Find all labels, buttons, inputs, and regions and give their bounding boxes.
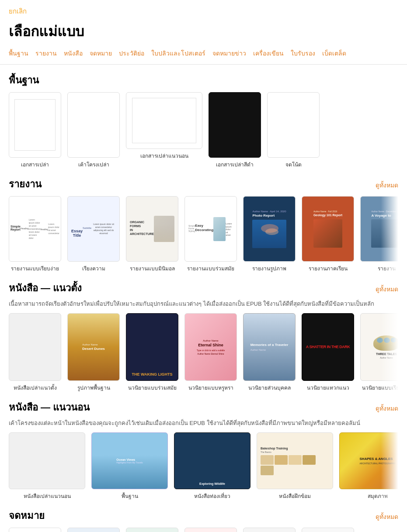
template-blank[interactable]: เอกสารเปล่า <box>9 92 61 169</box>
book-standing-section-header: หนังสือ — แนวตั้ง ดูทั้งหมด <box>9 273 398 300</box>
template-eternal-shine[interactable]: Author Name Eternal Shine Type or click … <box>184 313 237 392</box>
template-letter-sender[interactable]: SENDER NAME Lorem ipsum dolor sit amet c… <box>126 528 178 532</box>
template-school-report-label: รายงานภาคเรียน <box>309 264 348 273</box>
book-landscape-section-header: หนังสือ — แนวนอน ดูทั้งหมด <box>9 392 398 419</box>
tab-flyer[interactable]: ใบปลิวและโปสเตอร์ <box>151 47 212 60</box>
tab-newsletter[interactable]: จดหมายข่าว <box>212 47 253 60</box>
letter-section-header: จดหมาย ดูทั้งหมด <box>9 500 398 528</box>
template-notepad-label: จดโน้ต <box>285 160 302 169</box>
report-section-header: รายงาน ดูทั้งหมด <box>9 169 398 196</box>
template-school-report[interactable]: Author Name · Fall 2019 Geology 101 Repo… <box>302 196 354 273</box>
template-notepad[interactable]: จดโน้ต <box>267 92 320 169</box>
report-section-title: รายงาน <box>9 176 42 192</box>
template-blank-black-label: เอกสารเปล่าสีดำ <box>216 160 254 169</box>
tab-letter[interactable]: จดหมาย <box>90 47 119 60</box>
template-land-blank-label: หนังสือเปล่าแนวนอน <box>24 492 71 500</box>
tabs-bar: พื้นฐาน รายงาน หนังสือ จดหมาย ประวัติย่อ… <box>0 47 407 65</box>
template-memories-label: นวนิยายส่วนบุคคล <box>248 383 291 392</box>
template-blank-landscape[interactable]: เอกสารเปล่าแนวนอน <box>126 92 202 169</box>
top-bar: ยกเลิก <box>0 0 407 18</box>
tab-book[interactable]: หนังสือ <box>64 47 90 60</box>
template-memories[interactable]: Memories of a Traveler Author Name นวนิย… <box>243 313 296 392</box>
template-modern-report[interactable]: Simple Home Styling Easy Decorating Lore… <box>184 196 237 273</box>
template-blank-black[interactable]: เอกสารเปล่าสีดำ <box>209 92 261 169</box>
template-land-blank[interactable]: หนังสือเปล่าแนวนอน <box>9 432 85 500</box>
template-letter-5[interactable]: Lorem ipsum dolor sit amet consectetur a… <box>243 528 296 532</box>
page-title: เลือกแม่แบบ <box>0 18 407 47</box>
template-minimal-report[interactable]: ORGANIC FORMSIN ARCHITECTURE รายงานแบบมิ… <box>126 196 178 273</box>
template-blank-landscape-label: เอกสารเปล่าแนวนอน <box>140 152 188 160</box>
template-shatter[interactable]: A SHATTER IN THE DARK นวนิยายแทวกแนว <box>302 313 354 392</box>
template-outline-label: เค้าโครงเปล่า <box>78 160 109 169</box>
book-standing-row: หนังสือเปล่าแนวตั้ง Author Name Desert D… <box>9 313 398 392</box>
report-templates-row: Simple Report Heading Lorem ipsum dolor … <box>9 196 398 273</box>
template-book-blank-label: หนังสือเปล่าแนวตั้ง <box>14 383 57 392</box>
template-essay-label: เรียงความ <box>82 264 105 273</box>
cancel-button[interactable]: ยกเลิก <box>9 6 27 17</box>
template-eternal-shine-label: นวนิยายแบบหรูหรา <box>188 383 233 392</box>
template-book-blank[interactable]: หนังสือเปล่าแนวตั้ง <box>9 313 61 392</box>
template-book-basic[interactable]: Author Name Desert Dunes รูปภาพพื้นฐาน <box>67 313 120 392</box>
book-standing-section-title: หนังสือ — แนวตั้ง <box>9 280 82 296</box>
template-shatter-label: นวนิยายแทวกแนว <box>307 383 349 392</box>
tab-basic[interactable]: พื้นฐาน <box>9 47 35 60</box>
template-land-basic[interactable]: Ocean Views Highlights From My Travels พ… <box>91 432 168 500</box>
template-land-wildlife-label: หนังสือท่องเที่ยว <box>194 492 230 500</box>
template-waking-lights-label: นวนิยายแบบร่วมสมัย <box>128 383 177 392</box>
template-three-tales[interactable]: THREE TALES Author Name นวนิยายแบบเรียบง… <box>360 313 398 392</box>
basic-section-header: พื้นฐาน <box>9 65 398 92</box>
template-book-basic-label: รูปภาพพื้นฐาน <box>77 383 110 392</box>
template-voyage-label: รายงาน <box>378 264 396 273</box>
template-three-tales-label: นวนิยายแบบเรียบง่าย <box>362 383 399 392</box>
book-landscape-subtitle: เค้าโครงของแต่ละหน้าในหนังสือของคุณจะถูก… <box>9 419 398 432</box>
template-letter-sender2[interactable]: Sender Name Lorem ipsum dolor sit amet c… <box>184 528 237 532</box>
template-photo-report-label: รายงานรูปภาพ <box>252 264 286 273</box>
template-photo-report[interactable]: Author Name · April 14, 2020 Photo Repor… <box>243 196 296 273</box>
template-modern-report-label: รายงานแบบร่วมสมัย <box>187 264 234 273</box>
basic-templates-row: เอกสารเปล่า เค้าโครงเปล่า เอกสารเปล่า <box>9 92 398 169</box>
template-letter-6[interactable]: Lorem ipsum dolor sit amet consectetur <box>302 528 354 532</box>
basic-section-title: พื้นฐาน <box>9 73 39 88</box>
template-blank-label: เอกสารเปล่า <box>21 160 49 169</box>
book-standing-subtitle: เนื้อหาสามารถจัดเรียงตัวอักษรใหม่เพื่อปร… <box>9 300 398 313</box>
tab-writing[interactable]: เครื่องเขียน <box>253 47 291 60</box>
template-land-wildlife[interactable]: Exploring Wildlife หนังสือท่องเที่ยว <box>174 432 250 500</box>
book-landscape-see-all[interactable]: ดูทั้งหมด <box>376 404 398 413</box>
letter-section-title: จดหมาย <box>9 508 45 523</box>
report-see-all[interactable]: ดูทั้งหมด <box>376 180 398 190</box>
tab-resume[interactable]: ใบรับรอง <box>291 47 322 60</box>
letter-see-all[interactable]: ดูทั้งหมด <box>376 512 398 522</box>
template-land-shapes-label: สมุดภาพ <box>368 492 388 500</box>
tab-misc[interactable]: เบ็ดเตล็ด <box>322 47 353 60</box>
letter-templates-row: จดหมายเปล่า Your Name Address · City, St… <box>9 528 398 532</box>
template-simple-report[interactable]: Simple Report Heading Lorem ipsum dolor … <box>9 196 61 273</box>
template-essay[interactable]: Essay Title Subtitle Lorem ipsum dolor s… <box>67 196 120 273</box>
book-landscape-row: หนังสือเปล่าแนวนอน Ocean Views Highlight… <box>9 432 398 500</box>
book-landscape-section-title: หนังสือ — แนวนอน <box>9 400 90 415</box>
template-land-bakeshop-label: หนังสือฝึกข้อม <box>279 492 311 500</box>
template-outline[interactable]: เค้าโครงเปล่า <box>67 92 120 169</box>
main-content: พื้นฐาน เอกสารเปล่า เค้าโครงเปล่า <box>0 65 407 532</box>
template-minimal-report-label: รายงานแบบมินิมอล <box>130 264 175 273</box>
book-standing-see-all[interactable]: ดูทั้งหมด <box>376 284 398 294</box>
template-land-basic-label: พื้นฐาน <box>122 492 138 500</box>
template-letter-blank[interactable]: จดหมายเปล่า <box>9 528 61 532</box>
template-letter-basic[interactable]: Your Name Address · City, State ZIP Dear… <box>67 528 120 532</box>
template-land-shapes[interactable]: SHAPES & ANGLES ARCHITECTURAL PHOTOGRAPH… <box>339 432 398 500</box>
template-land-bakeshop[interactable]: Bakeshop Training The Basics หนังสือฝึกข… <box>257 432 333 500</box>
template-voyage[interactable]: Author Name · December 2099 A Voyage to … <box>360 196 398 273</box>
template-simple-report-label: รายงานแบบเรียบง่าย <box>11 264 59 273</box>
tab-report[interactable]: รายงาน <box>35 47 64 60</box>
tab-bio[interactable]: ประวัติย่อ <box>119 47 151 60</box>
template-waking-lights[interactable]: THE WAKING LIGHTS นวนิยายแบบร่วมสมัย <box>126 313 178 392</box>
